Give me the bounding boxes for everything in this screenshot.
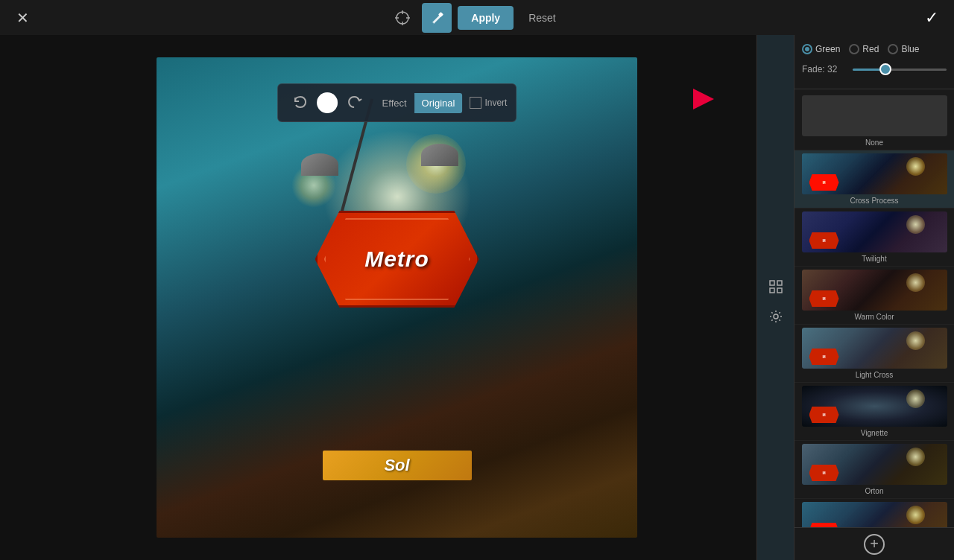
orton-glow: [906, 448, 925, 466]
effect-original-toggle: Effect Original: [375, 93, 463, 113]
filter-thumb-orton: M: [802, 444, 947, 485]
toolbar-center: Apply Reset: [389, 3, 564, 33]
svg-rect-9: [770, 288, 774, 293]
blue-radio-circle[interactable]: [888, 44, 898, 54]
invert-label: Invert: [484, 98, 507, 108]
red-radio-label: Red: [862, 44, 879, 54]
warm-base-img: M: [802, 270, 947, 311]
vignette-sign-text: M: [822, 413, 825, 417]
filter-name-lightcross: Light Cross: [856, 371, 894, 379]
undo-icon: [292, 95, 307, 110]
arrow-icon: [693, 89, 714, 109]
grid-tool-button[interactable]: [762, 273, 789, 300]
plus-icon: +: [870, 535, 879, 553]
filter-item-orton[interactable]: M Orton: [795, 441, 954, 499]
warm-glow: [906, 273, 925, 292]
filter-thumb-cross2: M: [802, 502, 947, 527]
blue-radio-label: Blue: [901, 44, 919, 54]
orton-sign-text: M: [822, 471, 825, 475]
cross2-sign: M: [809, 523, 839, 527]
toolbar-left: ✕: [0, 3, 37, 33]
twilight-sign: M: [809, 232, 839, 249]
check-icon: ✓: [925, 8, 938, 28]
invert-group: Invert: [470, 97, 507, 109]
reset-button[interactable]: Reset: [519, 6, 565, 30]
fade-slider-thumb[interactable]: [879, 63, 891, 75]
filter-item-light-cross[interactable]: M Light Cross: [795, 325, 954, 383]
brush-icon: [429, 10, 444, 25]
filter-thumb-vignette: M: [802, 386, 947, 427]
filter-name-none: None: [865, 139, 883, 147]
top-toolbar: ✕ Apply Reset ✓: [0, 0, 954, 35]
settings-icon: [769, 310, 783, 323]
vignette-sign: M: [809, 407, 839, 423]
crosshair-icon: [394, 10, 411, 26]
side-tools: [756, 35, 794, 560]
filter-list: None M Cross Process M Twili: [795, 89, 954, 527]
vignette-base-img: M: [802, 386, 947, 427]
add-filter-button[interactable]: +: [864, 534, 885, 555]
cross-base-img: M: [802, 153, 947, 194]
twilight-glow: [906, 215, 925, 234]
lightcross-base-img: M: [802, 328, 947, 369]
filter-item-vignette[interactable]: M Vignette: [795, 383, 954, 441]
svg-rect-8: [777, 281, 782, 285]
red-radio-circle[interactable]: [849, 44, 859, 54]
color-circle[interactable]: [317, 92, 338, 113]
undo-button[interactable]: [287, 90, 312, 115]
green-radio-label: Green: [815, 44, 840, 54]
filter-name-orton: Orton: [865, 487, 883, 495]
twilight-sign-text: M: [822, 238, 825, 243]
main-image: Metro Sol: [157, 57, 637, 538]
green-radio-circle[interactable]: [802, 44, 812, 54]
metro-diamond: Metro: [315, 211, 479, 308]
filter-thumb-twilight: M: [802, 211, 947, 252]
svg-rect-10: [777, 288, 782, 293]
metro-background: Metro Sol: [157, 57, 637, 538]
filter-item-cross-process[interactable]: M Cross Process: [795, 150, 954, 209]
canvas-area: Effect Original Invert Metro Sol: [0, 35, 794, 560]
float-toolbar: Effect Original Invert: [277, 83, 517, 122]
sol-banner: Sol: [323, 451, 472, 480]
red-radio-item[interactable]: Red: [849, 44, 879, 54]
confirm-button[interactable]: ✓: [917, 3, 947, 33]
lightcross-glow: [906, 331, 925, 350]
right-panel: Green Red Blue Fade: 32: [794, 35, 954, 560]
orton-sign: M: [809, 465, 839, 481]
settings-tool-button[interactable]: [762, 303, 789, 330]
curve-controls: Green Red Blue Fade: 32: [795, 35, 954, 89]
blue-radio-item[interactable]: Blue: [888, 44, 919, 54]
filter-item-twilight[interactable]: M Twilight: [795, 209, 954, 267]
cross2-base-img: M: [802, 502, 947, 527]
filter-thumb-none: [802, 95, 947, 136]
metro-text: Metro: [364, 246, 429, 272]
fade-slider-track: [853, 69, 947, 71]
crosshair-button[interactable]: [389, 4, 416, 31]
svg-point-6: [431, 22, 434, 25]
brush-button[interactable]: [422, 3, 452, 33]
filter-item-none[interactable]: None: [795, 92, 954, 150]
invert-checkbox[interactable]: [470, 97, 481, 109]
warm-sign-text: M: [822, 296, 825, 301]
lightcross-sign: M: [809, 349, 839, 365]
cross2-glow: [906, 506, 925, 524]
refresh-icon: [347, 95, 362, 110]
sol-text: Sol: [384, 456, 409, 475]
filter-thumb-warm-color: M: [802, 270, 947, 311]
refresh-button[interactable]: [342, 90, 367, 115]
fade-slider-container: [853, 62, 947, 77]
cross-glow: [906, 157, 925, 176]
close-icon: ✕: [16, 9, 29, 27]
original-button[interactable]: Original: [414, 93, 463, 113]
close-button[interactable]: ✕: [7, 3, 37, 33]
filter-thumb-cross: M: [802, 153, 947, 194]
filter-item-warm-color[interactable]: M Warm Color: [795, 267, 954, 325]
svg-point-11: [774, 314, 778, 319]
add-filter-row[interactable]: +: [795, 527, 954, 560]
effect-button[interactable]: Effect: [375, 93, 414, 113]
cross-sign-text: M: [822, 180, 825, 185]
apply-button[interactable]: Apply: [458, 6, 514, 30]
lamp-head-left: [301, 153, 338, 176]
green-radio-item[interactable]: Green: [802, 44, 840, 54]
filter-item-cross-process-2[interactable]: M Cross Process: [795, 499, 954, 527]
